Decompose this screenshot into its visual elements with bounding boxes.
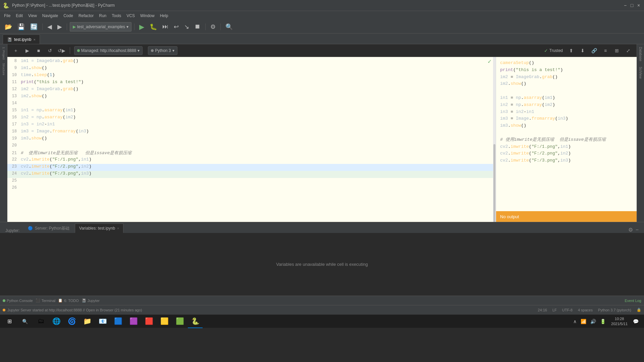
start-button[interactable]: ⊞ [1, 315, 17, 328]
taskbar-app-6[interactable]: 🟦 [111, 315, 125, 328]
taskbar-app-7[interactable]: 🟪 [126, 315, 141, 328]
variables-tab-close[interactable]: × [117, 227, 119, 230]
menu-run[interactable]: Run [96, 13, 109, 19]
cells-container: ✓ 8 im1 = ImageGrab.grab() 9 im1.show() … [7, 57, 637, 222]
run-button[interactable]: ▶ [137, 22, 146, 32]
minimize-panel-icon[interactable]: − [636, 227, 639, 233]
minimize-button[interactable]: − [623, 3, 628, 8]
left-sidebar: 1: Project Structure [0, 44, 7, 222]
taskbar-files[interactable]: 📁 [80, 315, 95, 328]
stop-button[interactable]: ⏹ [193, 22, 203, 32]
line-code-22: cv2.imwrite("F:/1.png",in1) [21, 157, 494, 162]
toolbar-btn-1[interactable]: 📂 [3, 22, 14, 32]
menu-vcs[interactable]: VCS [124, 13, 138, 19]
toolbar-action-1[interactable]: ⬆ [567, 46, 576, 55]
project-name: test_adversarial_examples [77, 24, 125, 29]
menu-window[interactable]: Window [138, 13, 157, 19]
editor-scrollbar[interactable] [493, 57, 496, 222]
line-code-15: in1 = np.asarray(im1) [21, 108, 494, 113]
cell-run-btn[interactable]: ▶ [23, 46, 32, 55]
forward-button[interactable]: ▶ [55, 22, 64, 32]
menu-view[interactable]: View [25, 13, 40, 19]
tray-network[interactable]: 📶 [579, 318, 588, 325]
taskbar-app-8[interactable]: 🟥 [142, 315, 156, 328]
code-line-10: 10 time.sleep(1) [7, 72, 496, 79]
settings-button[interactable]: ⚙ [208, 22, 218, 32]
cell-restart-run-btn[interactable]: ↺▶ [57, 46, 66, 55]
python-console-status[interactable]: Python Console [3, 299, 33, 303]
menu-tools[interactable]: Tools [109, 13, 124, 19]
code-editor[interactable]: 8 im1 = ImageGrab.grab() 9 im1.show() 10… [7, 57, 496, 193]
line-code-9: im1.show() [21, 65, 494, 70]
toolbar-sync[interactable]: 🔄 [28, 22, 40, 32]
project-dropdown[interactable]: ▶ test_adversarial_examples ▾ [70, 22, 131, 32]
taskbar-search-button[interactable]: 🔍 [17, 315, 32, 328]
tab-variables[interactable]: Variables: test.ipynb × [75, 224, 123, 233]
code-line-14: 14 [7, 101, 496, 108]
jupyter-server-info[interactable]: Jupyter Server started at http://localho… [3, 308, 142, 312]
left-code-cell[interactable]: ✓ 8 im1 = ImageGrab.grab() 9 im1.show() … [7, 57, 496, 222]
toolbar-btn-2[interactable]: 💾 [15, 22, 27, 32]
debug-button[interactable]: 🐛 [148, 22, 159, 32]
terminal-status[interactable]: ⬛ Terminal [36, 298, 56, 303]
search-button[interactable]: 🔍 [223, 22, 235, 32]
cell-interrupt-btn[interactable]: ■ [34, 46, 43, 55]
maximize-button[interactable]: □ [629, 3, 635, 8]
cell-restart-btn[interactable]: ↺ [46, 46, 54, 55]
toolbar-action-6[interactable]: ⤢ [624, 46, 633, 55]
menu-file[interactable]: File [1, 13, 13, 19]
toolbar-action-5[interactable]: ⊞ [612, 46, 621, 55]
cell-add-button[interactable]: + [11, 46, 20, 55]
taskbar-app-5[interactable]: 📧 [95, 315, 110, 328]
toolbar-action-2[interactable]: ⬇ [578, 46, 587, 55]
managed-server-dropdown[interactable]: Managed: http://localhost:8888 ▾ [74, 46, 143, 55]
trusted-badge[interactable]: ✓ Trusted [544, 48, 563, 53]
tray-volume[interactable]: 🔊 [589, 318, 597, 325]
cursor-position: 24:16 [538, 308, 547, 312]
tray-notification[interactable]: 💬 [632, 318, 640, 325]
jupyter-tab-label: Jupyter [88, 299, 100, 303]
tab-server[interactable]: 🔵 Server: Python基础 [24, 224, 73, 233]
line-num-9: 9 [7, 66, 21, 70]
sidebar-database[interactable]: Database [638, 46, 643, 63]
tray-arrow[interactable]: ∧ [572, 318, 578, 325]
step-over-button[interactable]: ↩ [172, 22, 181, 32]
back-button[interactable]: ◀ [45, 22, 54, 32]
title-bar-controls[interactable]: − □ × [623, 3, 641, 8]
event-log-label[interactable]: Event Log [625, 299, 641, 303]
menu-edit[interactable]: Edit [13, 13, 25, 19]
main-toolbar: 📂 💾 🔄 ◀ ▶ ▶ test_adversarial_examples ▾ … [0, 20, 644, 34]
line-code-16: in2 = np.asarray(im2) [21, 115, 494, 120]
taskbar-explorer[interactable]: 🗂 [34, 315, 48, 328]
taskbar-app-9[interactable]: 🟨 [157, 315, 172, 328]
settings-icon[interactable]: ⚙ [628, 227, 633, 233]
sidebar-sciview[interactable]: SciView [638, 65, 643, 80]
todo-status[interactable]: 📋 6: TODO [58, 298, 79, 303]
code-line-23: 23 cv2.imwrite("F:/2.png",in2) [7, 164, 496, 171]
sidebar-project-icon[interactable]: 1: Project [1, 46, 7, 61]
tab-test-ipynb[interactable]: 📓 test.ipynb × [3, 35, 40, 44]
line-num-13: 13 [7, 94, 21, 99]
code-line-12: 12 im2 = ImageGrab.grab() [7, 86, 496, 94]
tab-close-btn[interactable]: × [33, 38, 35, 42]
kernel-dropdown[interactable]: Python 3 ▾ [148, 46, 177, 55]
toolbar-action-3[interactable]: 🔗 [590, 46, 598, 55]
close-button[interactable]: × [636, 3, 641, 8]
taskbar-chrome[interactable]: 🌀 [64, 315, 79, 328]
menu-navigate[interactable]: Navigate [40, 13, 61, 19]
menu-help[interactable]: Help [157, 13, 171, 19]
scrollbar-thumb[interactable] [493, 144, 495, 222]
sidebar-structure-icon[interactable]: Structure [1, 62, 7, 77]
system-clock[interactable]: 10:28 2021/5/11 [608, 316, 630, 326]
taskbar-edge[interactable]: 🌐 [49, 315, 64, 328]
taskbar-app-10[interactable]: 🟩 [172, 315, 187, 328]
menu-code[interactable]: Code [61, 13, 76, 19]
toolbar-action-4[interactable]: ≡ [601, 46, 610, 55]
run-step-button[interactable]: ⏭ [160, 22, 170, 32]
jupyter-status[interactable]: 📓 Jupyter [82, 298, 100, 303]
line-code-17: in3 = in2-in1 [21, 122, 494, 127]
tray-battery[interactable]: 🔋 [599, 318, 607, 325]
menu-refactor[interactable]: Refactor [76, 13, 96, 19]
taskbar-pycharm[interactable]: 🐍 [188, 315, 203, 328]
step-into-button[interactable]: ↘ [182, 22, 191, 32]
